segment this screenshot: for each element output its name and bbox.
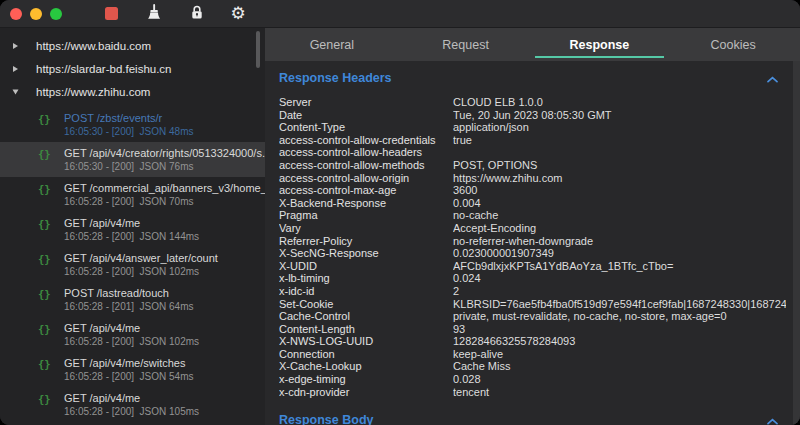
json-braces-icon: {}	[38, 253, 51, 265]
header-key: Vary	[279, 222, 453, 235]
request-meta: 16:05:28 - [200] JSON 105ms	[64, 405, 259, 418]
panel-scrollbar[interactable]	[793, 61, 800, 425]
app-window: ⚙ https://www.baidu.com https://slardar-…	[0, 0, 800, 425]
request-meta: 16:05:28 - [201] JSON 64ms	[64, 300, 259, 313]
header-key: Pragma	[279, 209, 453, 222]
header-row: x-lb-timing 0.024	[279, 272, 786, 285]
header-row: x-cdn-provider tencent	[279, 386, 786, 399]
disclosure-triangle-icon[interactable]	[13, 43, 18, 49]
request-row[interactable]: {} GET /commercial_api/banners_v3/home_.…	[0, 177, 265, 212]
request-meta: 16:05:28 - [200] JSON 102ms	[64, 335, 259, 348]
request-sidebar: https://www.baidu.com https://slardar-bd…	[0, 28, 265, 425]
header-key: x-idc-id	[279, 285, 453, 298]
header-row: Pragma no-cache	[279, 209, 786, 222]
header-row: x-edge-timing 0.028	[279, 373, 786, 386]
request-meta: 16:05:28 - [200] JSON 70ms	[64, 195, 259, 208]
request-method-path: GET /api/v4/me	[64, 391, 259, 405]
sidebar-domain-row[interactable]: https://slardar-bd.feishu.cn	[0, 57, 265, 80]
header-key: x-lb-timing	[279, 272, 453, 285]
request-method-path: GET /api/v4/me	[64, 321, 259, 335]
ssl-proxy-button[interactable]	[186, 4, 208, 24]
header-key: Content-Length	[279, 323, 453, 336]
settings-button[interactable]: ⚙	[227, 4, 249, 24]
disclosure-triangle-icon[interactable]	[13, 89, 19, 94]
broom-icon	[145, 3, 163, 25]
header-value: AFCb9dlxjxKPTsA1YdBAoYza_1BTfc_cTbo=	[453, 260, 786, 273]
traffic-lights	[10, 8, 62, 20]
header-value: no-cache	[453, 209, 786, 222]
request-method-path: GET /api/v4/me	[64, 216, 259, 230]
header-key: x-edge-timing	[279, 373, 453, 386]
request-list: {} POST /zbst/events/r 16:05:30 - [200] …	[0, 107, 265, 425]
request-row[interactable]: {} POST /zbst/events/r 16:05:30 - [200] …	[0, 107, 265, 142]
domain-list: https://www.baidu.com https://slardar-bd…	[0, 34, 265, 103]
stop-record-button[interactable]	[100, 4, 122, 24]
detail-tab[interactable]: Cookies	[666, 28, 800, 61]
detail-tab[interactable]: Request	[399, 28, 533, 61]
header-row: Vary Accept-Encoding	[279, 222, 786, 235]
response-body-title: Response Body	[279, 413, 373, 425]
header-row: Content-Type application/json	[279, 121, 786, 134]
detail-tab[interactable]: Response	[533, 28, 667, 61]
request-method-path: POST /zbst/events/r	[64, 111, 259, 125]
header-value: https://www.zhihu.com	[453, 172, 786, 185]
header-key: access-control-max-age	[279, 184, 453, 197]
header-value: 93	[453, 323, 786, 336]
maximize-window-icon[interactable]	[50, 8, 62, 20]
header-key: access-control-allow-credentials	[279, 134, 453, 147]
response-body-section-head: Response Body	[279, 411, 786, 425]
header-key: Referrer-Policy	[279, 235, 453, 248]
tab-label: Response	[570, 38, 630, 52]
header-key: Set-Cookie	[279, 298, 453, 311]
json-braces-icon: {}	[38, 393, 51, 405]
minimize-window-icon[interactable]	[30, 8, 42, 20]
header-value: private, must-revalidate, no-cache, no-s…	[453, 310, 786, 323]
response-headers-table: Server CLOUD ELB 1.0.0 Date Tue, 20 Jun …	[279, 96, 786, 398]
request-row[interactable]: {} GET /api/v4/me 16:05:28 - [200] JSON …	[0, 387, 265, 422]
collapse-headers-button[interactable]	[767, 69, 778, 87]
json-braces-icon: {}	[38, 323, 51, 335]
header-row: access-control-allow-headers	[279, 146, 786, 159]
header-key: X-NWS-LOG-UUID	[279, 335, 453, 348]
detail-tab[interactable]: General	[265, 28, 399, 61]
request-row[interactable]: {} GET /api/v4/answer_later/count 16:05:…	[0, 247, 265, 282]
header-value: Accept-Encoding	[453, 222, 786, 235]
sidebar-scrollbar[interactable]	[256, 31, 260, 68]
header-key: x-cdn-provider	[279, 386, 453, 399]
header-row: Set-Cookie KLBRSID=76ae5fb4fba0f519d97e5…	[279, 298, 786, 311]
response-headers-section-head: Response Headers	[279, 69, 786, 87]
request-method-path: GET /commercial_api/banners_v3/home_...	[64, 181, 259, 195]
header-row: x-idc-id 2	[279, 285, 786, 298]
sidebar-domain-row[interactable]: https://www.zhihu.com	[0, 80, 265, 103]
header-key: X-Backend-Response	[279, 197, 453, 210]
request-row[interactable]: {} GET /api/v4/me 16:05:28 - [200] JSON …	[0, 212, 265, 247]
header-row: X-UDID AFCb9dlxjxKPTsA1YdBAoYza_1BTfc_cT…	[279, 260, 786, 273]
close-window-icon[interactable]	[10, 8, 22, 20]
clear-session-button[interactable]	[143, 4, 165, 24]
header-value: tencent	[453, 386, 786, 399]
json-braces-icon: {}	[38, 148, 51, 160]
header-row: Content-Length 93	[279, 323, 786, 336]
header-row: Server CLOUD ELB 1.0.0	[279, 96, 786, 109]
collapse-body-button[interactable]	[767, 411, 778, 425]
header-key: Connection	[279, 348, 453, 361]
request-row[interactable]: {} POST /lastread/touch 16:05:28 - [201]…	[0, 282, 265, 317]
header-value: 0.024	[453, 272, 786, 285]
header-value: no-referrer-when-downgrade	[453, 235, 786, 248]
domain-url: https://www.zhihu.com	[36, 86, 150, 98]
header-row: access-control-allow-methods POST, OPTIO…	[279, 159, 786, 172]
chevron-up-icon	[767, 76, 778, 83]
header-key: access-control-allow-methods	[279, 159, 453, 172]
domain-url: https://slardar-bd.feishu.cn	[36, 63, 172, 75]
request-meta: 16:05:28 - [200] JSON 102ms	[64, 265, 259, 278]
request-row[interactable]: {} GET /api/v4/me/switches 16:05:28 - [2…	[0, 352, 265, 387]
header-key: Content-Type	[279, 121, 453, 134]
request-row[interactable]: {} GET /api/v4/creator/rights/0513324000…	[0, 142, 265, 177]
header-row: X-NWS-LOG-UUID 12828466325578284093	[279, 335, 786, 348]
request-row[interactable]: {} GET /api/v4/me 16:05:28 - [200] JSON …	[0, 317, 265, 352]
header-value: keep-alive	[453, 348, 786, 361]
disclosure-triangle-icon[interactable]	[13, 66, 18, 72]
tab-label: Cookies	[711, 38, 756, 52]
header-value: 0.004	[453, 197, 786, 210]
sidebar-domain-row[interactable]: https://www.baidu.com	[0, 34, 265, 57]
